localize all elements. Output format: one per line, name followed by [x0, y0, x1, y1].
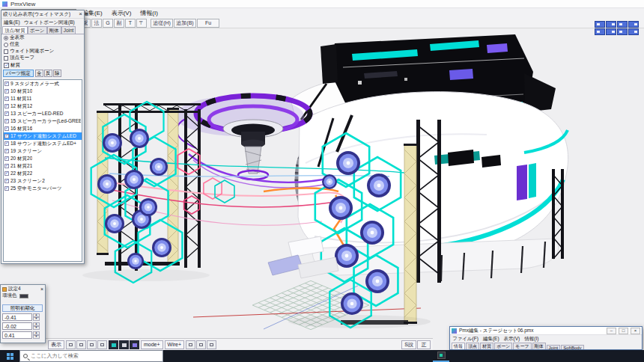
display-radio-option[interactable]: 任意	[1, 41, 84, 48]
window-title: PmxView	[10, 1, 35, 7]
pmx-tab[interactable]: 情報	[452, 343, 465, 350]
filter-panel-menu-item[interactable]: ウェイトボーン関連(B)	[24, 19, 75, 25]
spinner-arrows[interactable]: ▴▾	[33, 331, 40, 339]
quick-select-button[interactable]: 全	[35, 70, 43, 77]
material-checkbox[interactable]: ✓	[4, 63, 9, 68]
env-color-swatch[interactable]	[19, 294, 28, 298]
view-mode-button[interactable]: 正	[417, 340, 431, 349]
viewport-layout-button[interactable]	[617, 21, 628, 28]
spinner-arrows[interactable]: ▴▾	[33, 313, 40, 321]
pmx-menu-item[interactable]: ファイル(F)	[452, 336, 479, 343]
menu-item[interactable]: 情報(I)	[136, 9, 162, 17]
maximize-button[interactable]: □	[619, 328, 628, 334]
pmx-tab[interactable]: SoftBody	[561, 345, 583, 350]
filter-panel-titlebar[interactable]: 絞り込み表示(ウェイトマスク) ×	[1, 10, 84, 19]
filter-panel-tab[interactable]: 頂点/材質	[2, 26, 28, 34]
material-row[interactable]: ✓17 サウンド連動システムLED	[4, 132, 82, 140]
pmx-tab[interactable]: 材質	[480, 343, 493, 350]
quick-select-button[interactable]: 除	[53, 70, 61, 77]
minimize-button[interactable]: –	[607, 328, 616, 334]
viewport-layout-button[interactable]	[595, 21, 605, 28]
light-value-field[interactable]: -0.41▴▾	[2, 313, 43, 322]
pmx-menu-item[interactable]: 表示(V)	[504, 336, 520, 343]
viewport-3d[interactable]	[0, 28, 644, 338]
toolbar-button[interactable]: 法	[91, 19, 102, 28]
view-extra-button[interactable]	[186, 340, 195, 349]
material-row[interactable]: ✓12 材質12	[4, 102, 82, 110]
viewport-layout-button[interactable]	[628, 21, 639, 28]
toolbar-button[interactable]: 追加(B)	[174, 19, 196, 28]
viewport-layout-button[interactable]	[595, 28, 605, 35]
display-menu-button[interactable]: 表示	[48, 340, 64, 349]
viewport-layout-button[interactable]	[606, 21, 616, 28]
pmx-titlebar[interactable]: Pmx編集 - ステージセット06.pmx – □ ×	[450, 327, 642, 335]
view-icon-button[interactable]	[66, 340, 76, 349]
taskbar-app-pmxeditor[interactable]	[433, 350, 449, 362]
pmx-tab[interactable]: 剛体	[532, 343, 546, 350]
material-list[interactable]: ✓9 スタジオカメラ一式✓10 材質10✓11 材質11✓12 材質12✓13 …	[3, 79, 82, 262]
checked-checkbox-icon: ✓	[4, 111, 9, 116]
parts-specify-button[interactable]: パーツ指定	[3, 70, 34, 77]
toolbar-button[interactable]: 副	[114, 19, 124, 28]
material-row[interactable]: ✓20 材質20	[4, 155, 82, 162]
menu-item[interactable]: 表示(V)	[107, 9, 136, 17]
viewport-layout-button[interactable]	[617, 28, 628, 35]
quick-select-button[interactable]: 反	[44, 70, 52, 77]
material-row[interactable]: ✓13 スピーカーLED-RED	[4, 110, 82, 117]
material-row[interactable]: ✓19 スクリーン	[4, 147, 82, 155]
view-icon-button[interactable]	[97, 340, 107, 349]
shading-icon-button[interactable]	[130, 340, 139, 349]
shading-icon-button[interactable]	[119, 340, 129, 349]
toolbar-button[interactable]: T	[125, 19, 136, 28]
lighting-init-button[interactable]: 照明初期化	[2, 304, 43, 312]
display-checkbox-option[interactable]: 頂点モーフ	[1, 55, 84, 61]
close-icon[interactable]: ×	[79, 11, 82, 17]
wire-button[interactable]: Wire+	[165, 340, 184, 349]
filter-panel-tab[interactable]: ボーン	[28, 26, 47, 34]
material-row[interactable]: ✓21 材質21	[4, 162, 82, 170]
taskbar-search[interactable]: ここに入力して検索	[19, 350, 163, 362]
material-row[interactable]: ✓15 スピーカーカラー(Led-GREE	[4, 117, 82, 125]
viewport-layout-button[interactable]	[628, 28, 639, 35]
material-row[interactable]: ✓25 空中モニターパーツ	[4, 185, 82, 192]
toolbar-button[interactable]: Fu	[197, 19, 219, 28]
view-icon-button[interactable]	[87, 340, 97, 349]
spinner-arrows[interactable]: ▴▾	[33, 322, 40, 330]
material-row[interactable]: ✓23 スクリーン2	[4, 177, 82, 185]
item-label: 18 サウンド連動システムED+	[10, 141, 76, 147]
toolbar-button[interactable]: 追従(H)	[151, 19, 173, 28]
settings-titlebar[interactable]: 設定4 ×	[2, 286, 43, 292]
filter-panel-tab[interactable]: Joint	[61, 26, 76, 34]
display-checkbox-option[interactable]: ウェイト関連ボーン	[1, 48, 84, 55]
view-extra-button[interactable]	[196, 340, 206, 349]
mode-button[interactable]: mode+	[141, 340, 163, 349]
shading-icon-button[interactable]	[109, 340, 118, 349]
filter-panel-menu-item[interactable]: 編集(E)	[4, 19, 20, 25]
material-row[interactable]: ✓18 サウンド連動システムED+	[4, 140, 82, 147]
close-icon[interactable]: ×	[40, 286, 43, 292]
view-mode-button[interactable]: S設	[401, 340, 416, 349]
material-row[interactable]: ✓11 材質11	[4, 95, 82, 102]
material-row[interactable]: ✓10 材質10	[4, 88, 82, 95]
viewport-layout-button[interactable]	[606, 28, 616, 35]
toolbar-button[interactable]: G	[103, 19, 113, 28]
material-row[interactable]: ✓16 材質16	[4, 125, 82, 132]
display-radio-option[interactable]: 全表示	[1, 34, 84, 41]
material-row[interactable]: ✓9 スタジオカメラ一式	[4, 80, 82, 88]
light-value-field[interactable]: -0.02▴▾	[2, 322, 43, 331]
filter-panel-tab[interactable]: 剛体	[47, 26, 61, 34]
pmx-menu-item[interactable]: 情報(I)	[524, 336, 538, 343]
pmx-tab[interactable]: Joint	[547, 345, 561, 350]
close-button[interactable]: ×	[631, 328, 640, 334]
pmx-tab[interactable]: 頂点	[466, 343, 479, 350]
material-row[interactable]: ✓22 材質22	[4, 170, 82, 177]
view-icon-button[interactable]	[76, 340, 86, 349]
view-extra-button[interactable]	[207, 340, 216, 349]
pmx-tab[interactable]: ボーン	[494, 343, 512, 350]
pmx-tab[interactable]: モーフ	[513, 343, 531, 350]
start-button[interactable]	[0, 350, 19, 362]
search-icon	[23, 354, 28, 358]
toolbar-button[interactable]: 〒	[136, 19, 147, 28]
pmx-menu-item[interactable]: 編集(E)	[483, 336, 499, 343]
light-value-field[interactable]: 0.41▴▾	[2, 331, 43, 340]
